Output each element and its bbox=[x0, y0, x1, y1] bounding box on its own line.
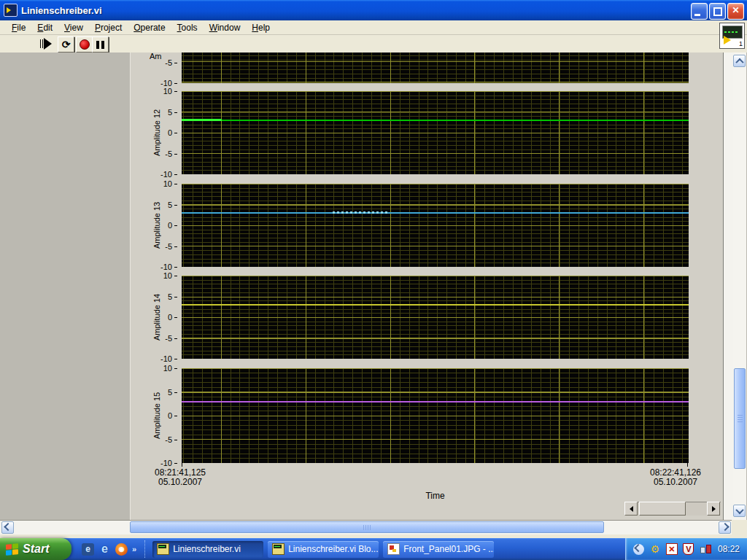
y-tick-label: 0 bbox=[141, 128, 177, 137]
trace-line bbox=[182, 401, 689, 402]
system-tray: ⚙ ✕ V 08:22 bbox=[625, 538, 747, 560]
front-panel: Am-5-10Amplitude 121050-5-10Amplitude 13… bbox=[130, 52, 723, 520]
scroll-up-button[interactable] bbox=[733, 55, 746, 67]
tray-clock: 08:22 bbox=[718, 544, 740, 554]
trace-line bbox=[182, 212, 689, 214]
y-tick-label: -10 bbox=[141, 170, 177, 179]
scroll-down-button[interactable] bbox=[733, 505, 746, 517]
workspace: Am-5-10Amplitude 121050-5-10Amplitude 13… bbox=[0, 52, 747, 520]
toolbar: ⟳ bbox=[0, 35, 747, 53]
quick-launch-overflow-chevron[interactable]: » bbox=[132, 545, 139, 553]
right-arrow-icon bbox=[712, 506, 716, 512]
menu-item-edit[interactable]: Edit bbox=[31, 21, 58, 34]
error-status-icon[interactable]: ✕ bbox=[666, 543, 678, 555]
gear-icon[interactable]: ⚙ bbox=[649, 543, 661, 555]
browser-icon[interactable]: e bbox=[82, 543, 94, 556]
menu-item-project[interactable]: Project bbox=[89, 21, 128, 34]
vi-connector-icon[interactable]: 1 bbox=[719, 23, 745, 49]
labview-vi-icon bbox=[272, 543, 285, 555]
chevron-down-icon bbox=[735, 505, 743, 513]
taskbar-button[interactable]: Linienschreiber.vi Blo... bbox=[268, 541, 379, 558]
y-tick-label: 0 bbox=[141, 411, 177, 420]
windows-flag-icon bbox=[6, 543, 18, 555]
vertical-scroll-thumb[interactable] bbox=[734, 368, 746, 469]
scroll-right-button[interactable] bbox=[719, 521, 731, 534]
chart-panel-am: Am-5-10 bbox=[131, 52, 724, 83]
y-tick-label: -10 bbox=[141, 262, 177, 271]
abort-button[interactable] bbox=[76, 36, 93, 52]
chart-panel-amplitude-15: Amplitude 151050-5-10 bbox=[131, 368, 724, 463]
vertical-scrollbar[interactable] bbox=[733, 52, 746, 520]
taskbar-button[interactable]: Linienschreiber.vi bbox=[152, 541, 263, 558]
start-label: Start bbox=[23, 542, 49, 556]
window-title: Linienschreiber.vi bbox=[21, 5, 102, 16]
labview-vi-icon bbox=[4, 4, 18, 17]
task-buttons: Linienschreiber.viLinienschreiber.vi Blo… bbox=[152, 541, 494, 558]
plot-area bbox=[182, 368, 689, 463]
menu-item-help[interactable]: Help bbox=[246, 21, 276, 34]
abort-icon bbox=[80, 39, 90, 50]
y-tick-label: 5 bbox=[141, 388, 177, 397]
chart-panel-amplitude-12: Amplitude 121050-5-10 bbox=[131, 91, 724, 174]
close-button[interactable]: ✕ bbox=[727, 3, 744, 20]
chart-panel-amplitude-14: Amplitude 141050-5-10 bbox=[131, 276, 724, 359]
y-tick-label: 10 bbox=[141, 179, 177, 188]
y-tick-label: -10 bbox=[141, 354, 177, 363]
horizontal-scrollbar[interactable] bbox=[0, 520, 747, 534]
chart-scroll-left-button[interactable] bbox=[624, 502, 638, 516]
y-tick-label: 10 bbox=[141, 87, 177, 96]
x-axis-end-label: 08:22:41,126 05.10.2007 bbox=[639, 468, 712, 487]
run-continuously-button[interactable]: ⟳ bbox=[58, 36, 74, 52]
minimize-button[interactable] bbox=[691, 3, 708, 20]
run-continuously-icon: ⟳ bbox=[62, 39, 71, 50]
chart-scroll-right-button[interactable] bbox=[707, 502, 720, 516]
plot-area bbox=[182, 276, 689, 359]
internet-explorer-icon[interactable]: e bbox=[98, 543, 111, 556]
title-bar: Linienschreiber.vi ✕ bbox=[0, 0, 747, 20]
chevron-right-icon bbox=[721, 522, 729, 530]
scroll-left-button[interactable] bbox=[1, 521, 14, 534]
y-tick-label: -5 bbox=[141, 435, 177, 444]
taskbar: Start e e ◉ » Linienschreiber.viLiniensc… bbox=[0, 538, 747, 560]
firefox-icon[interactable]: ◉ bbox=[115, 543, 128, 556]
labview-vi-icon bbox=[157, 543, 169, 555]
tray-collapse-button[interactable] bbox=[633, 544, 644, 555]
start-button[interactable]: Start bbox=[0, 538, 71, 560]
horizontal-scroll-thumb[interactable] bbox=[130, 521, 604, 533]
y-tick-label: -5 bbox=[141, 58, 177, 67]
quick-launch-bar: e e ◉ » bbox=[71, 540, 145, 558]
menu-item-view[interactable]: View bbox=[58, 21, 89, 34]
chevron-up-icon bbox=[735, 58, 743, 66]
x-axis-tick bbox=[182, 463, 182, 467]
y-tick-label: 0 bbox=[141, 313, 177, 322]
y-tick-label: 10 bbox=[141, 271, 177, 280]
chart-scroll-thumb[interactable] bbox=[639, 502, 686, 516]
taskbar-button[interactable]: Front_Panel01.JPG - ... bbox=[383, 541, 494, 558]
y-tick-label: -5 bbox=[141, 149, 177, 158]
taskbar-button-label: Linienschreiber.vi Blo... bbox=[288, 544, 378, 554]
taskbar-button-label: Linienschreiber.vi bbox=[173, 544, 241, 554]
yellow-arrow-icon bbox=[724, 36, 731, 44]
left-arrow-icon bbox=[630, 506, 633, 512]
menu-item-file[interactable]: File bbox=[6, 21, 31, 34]
restore-button[interactable] bbox=[709, 3, 726, 20]
plot-area bbox=[182, 91, 689, 174]
antivirus-shield-icon[interactable]: V bbox=[683, 543, 694, 555]
thumb-grip bbox=[363, 525, 371, 530]
y-tick-label: 5 bbox=[141, 201, 177, 209]
network-offline-icon[interactable] bbox=[700, 543, 711, 555]
panel-right-margin bbox=[723, 52, 733, 520]
thumb-grip bbox=[738, 415, 743, 422]
y-tick-label: 0 bbox=[141, 221, 177, 230]
run-button[interactable] bbox=[40, 36, 56, 51]
trace-line bbox=[182, 120, 689, 121]
minimize-icon bbox=[694, 14, 700, 16]
taskbar-button-label: Front_Panel01.JPG - ... bbox=[403, 544, 494, 554]
y-tick-label: 5 bbox=[141, 292, 177, 301]
menu-item-tools[interactable]: Tools bbox=[171, 21, 204, 34]
x-axis-start-label: 08:21:41,125 05.10.2007 bbox=[144, 468, 217, 487]
menu-item-operate[interactable]: Operate bbox=[128, 21, 171, 34]
chart-x-scrollbar[interactable] bbox=[624, 502, 721, 516]
menu-item-window[interactable]: Window bbox=[204, 21, 247, 34]
pause-button[interactable] bbox=[92, 36, 109, 52]
